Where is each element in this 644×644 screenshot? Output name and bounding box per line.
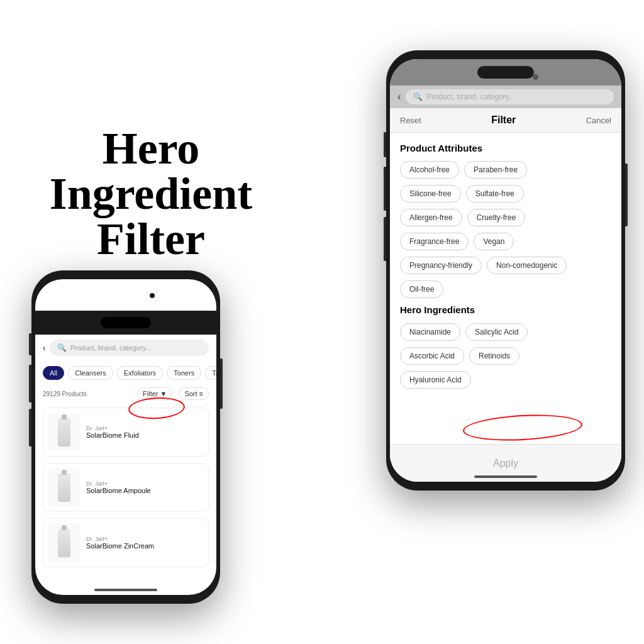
filter-icon: ▼ [160,390,167,397]
tab-more[interactable]: Ta... [205,366,216,380]
volume-down-button [29,365,31,402]
sort-icon: ≡ [199,390,203,397]
tag-cruelty-free[interactable]: Cruelty-free [467,209,526,226]
sort-label: Sort [184,390,197,397]
product-brand-3: Dr. Jart+ [86,536,203,542]
apply-button[interactable]: Apply [493,458,518,469]
hero-line3: Filter [31,216,270,262]
hero-ingredients-section: Hero Ingredients Niacinamide Salicylic A… [400,304,611,389]
product-brand-1: Dr. Jart+ [86,425,203,431]
silent-button [29,409,31,447]
right-home-indicator [474,475,537,478]
volume-up-button [29,333,31,355]
product-list: Dr. Jart+ SolarBiome Fluid Dr. Jart+ Sol… [35,402,216,572]
home-indicator [94,589,157,591]
left-phone-screen: ‹ 🔍 Product, brand, category... All Clea… [35,279,216,595]
product-item-2[interactable]: Dr. Jart+ SolarBiome Ampoule [43,463,209,512]
right-search-placeholder: Product, brand, category... [426,92,515,101]
ingredient-tags-row-2: Ascorbic Acid Retinoids [400,347,611,365]
attribute-tags-row-4: Fragrance-free Vegan [400,233,611,250]
tab-exfoliators[interactable]: Exfoliators [117,366,163,380]
filter-content: Product Attributes Alcohol-free Paraben-… [390,133,621,482]
tag-paraben-free[interactable]: Paraben-free [464,161,527,179]
tag-silicone-free[interactable]: Silicone-free [400,185,461,203]
attribute-tags-row-1: Alcohol-free Paraben-free [400,161,611,179]
tag-vegan[interactable]: Vegan [474,233,514,250]
tag-oil-free[interactable]: Oil-free [400,280,443,298]
right-volume-up-button [384,132,386,157]
product-brand-2: Dr. Jart+ [86,480,203,487]
hero-line1: Hero [31,126,270,171]
right-power-button [625,164,628,226]
hero-line2: Ingredient [31,171,270,216]
tag-ascorbic-acid[interactable]: Ascorbic Acid [400,347,464,365]
product-image-1 [48,413,80,451]
right-phone-screen: ‹ 🔍 Product, brand, category... Reset Fi… [390,59,621,482]
sort-button[interactable]: Sort ≡ [179,387,209,400]
search-placeholder: Product, brand, category... [70,344,152,352]
product-attributes-title: Product Attributes [400,143,611,153]
tag-alcohol-free[interactable]: Alcohol-free [400,161,459,179]
tag-salicylic-acid[interactable]: Salicylic Acid [465,323,528,341]
right-phone: ‹ 🔍 Product, brand, category... Reset Fi… [386,50,625,491]
product-item-3[interactable]: Dr. Jart+ SolarBiome ZinCream [43,518,209,567]
product-item-1[interactable]: Dr. Jart+ SolarBiome Fluid [43,408,209,457]
product-name-2: SolarBiome Ampoule [86,487,203,494]
power-button [220,358,223,409]
tag-fragrance-free[interactable]: Fragrance-free [400,233,469,250]
ingredient-tags-row-1: Niacinamide Salicylic Acid [400,323,611,341]
product-image-2 [48,469,80,506]
right-volume-down-button [384,167,386,211]
attribute-tags-row-6: Oil-free [400,280,611,298]
attribute-tags-row-5: Pregnancy-friendly Non-comedogenic [400,257,611,274]
product-image-3 [48,524,80,562]
tab-cleansers[interactable]: Cleansers [68,366,113,380]
filter-title: Filter [491,114,516,126]
category-tabs: All Cleansers Exfoliators Toners Ta... [35,361,216,385]
hero-ingredients-title: Hero Ingredients [400,304,475,315]
tag-sulfate-free[interactable]: Sulfate-free [466,185,524,203]
tag-allergen-free[interactable]: Allergen-free [400,209,462,226]
tag-pregnancy-friendly[interactable]: Pregnancy-friendly [400,257,482,274]
tag-niacinamide[interactable]: Niacinamide [400,323,460,341]
product-name-1: SolarBiome Fluid [86,431,203,439]
ingredient-tags-row-3: Hyaluronic Acid [400,371,611,389]
reset-button[interactable]: Reset [400,116,421,125]
products-count: 29129 Products [43,391,87,397]
right-silent-button [384,217,386,261]
filter-header: Reset Filter Cancel [390,108,621,133]
filter-button[interactable]: Filter ▼ [137,387,172,400]
product-name-3: SolarBiome ZinCream [86,542,203,550]
attribute-tags-row-2: Silicone-free Sulfate-free [400,185,611,203]
tab-all[interactable]: All [43,366,64,380]
cancel-button[interactable]: Cancel [586,116,611,125]
search-icon: 🔍 [57,343,67,352]
hero-heading: Hero Ingredient Filter [31,126,270,262]
tag-hyaluronic-acid[interactable]: Hyaluronic Acid [400,371,471,389]
tag-non-comedogenic[interactable]: Non-comedogenic [487,257,567,274]
attribute-tags-row-3: Allergen-free Cruelty-free [400,209,611,226]
tag-retinoids[interactable]: Retinoids [469,347,519,365]
filter-label: Filter [143,390,158,397]
left-phone: ‹ 🔍 Product, brand, category... All Clea… [31,270,220,604]
tab-toners[interactable]: Toners [167,366,201,380]
